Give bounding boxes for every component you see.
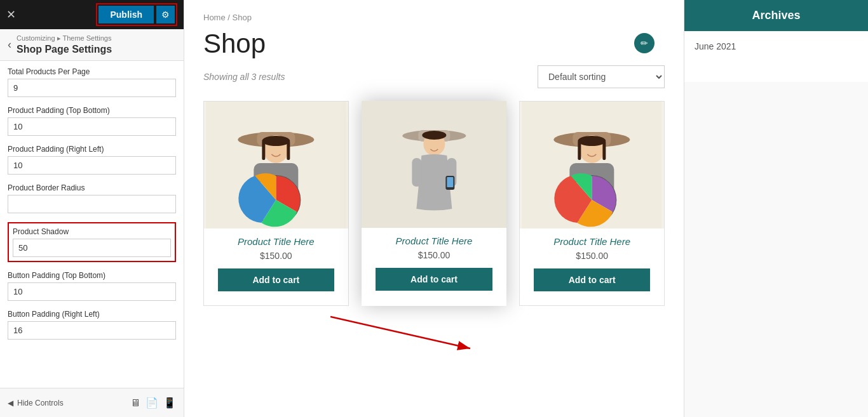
settings-button[interactable]: ⚙ <box>156 6 175 23</box>
product-body-1: Product Title Here $150.00 Add to cart <box>204 228 348 305</box>
main-breadcrumb: Home / Shop <box>203 13 665 22</box>
archives-title: Archives <box>752 9 800 22</box>
back-button[interactable]: ‹ <box>8 38 11 51</box>
main-content: Home / Shop Shop Showing all 3 results D… <box>184 0 684 417</box>
svg-rect-16 <box>447 177 453 187</box>
top-bar: ✕ Publish ⚙ <box>0 0 184 29</box>
field-input-1[interactable] <box>8 117 176 136</box>
field-group-5: Button Padding (Top Bottom) <box>8 271 176 301</box>
sort-select[interactable]: Default sorting Sort by popularity Sort … <box>538 65 665 88</box>
field-group-1: Product Padding (Top Bottom) <box>8 106 176 136</box>
field-label-6: Button Padding (Right Left) <box>8 310 176 319</box>
pencil-icon: ✏ <box>641 38 648 48</box>
field-label-1: Product Padding (Top Bottom) <box>8 106 176 115</box>
svg-point-6 <box>262 136 290 146</box>
right-sidebar: Archives June 2021 <box>684 0 868 417</box>
svg-point-17 <box>422 131 446 140</box>
field-input-5[interactable] <box>8 282 176 301</box>
product-name-2: Product Title Here <box>369 235 499 246</box>
field-input-0[interactable] <box>8 79 176 97</box>
field-input-6[interactable] <box>8 321 176 340</box>
shop-link[interactable]: Shop <box>233 13 252 22</box>
shop-page-title: Shop <box>203 29 665 59</box>
product-image-2 <box>362 101 507 228</box>
svg-rect-13 <box>412 158 421 187</box>
archives-body: June 2021 <box>684 31 868 82</box>
field-input-4[interactable] <box>13 239 171 257</box>
svg-rect-26 <box>603 141 606 160</box>
publish-button[interactable]: Publish <box>98 6 154 23</box>
product-image-3 <box>520 102 664 228</box>
archives-header: Archives <box>684 0 868 31</box>
breadcrumb-sep: / <box>227 13 232 22</box>
add-to-cart-button-1[interactable]: Add to cart <box>218 268 334 291</box>
svg-point-24 <box>578 136 606 146</box>
svg-rect-7 <box>262 141 265 160</box>
home-link[interactable]: Home <box>203 13 226 22</box>
field-input-2[interactable] <box>8 156 176 175</box>
annotation-arrow <box>330 310 477 361</box>
product-body-3: Product Title Here $150.00 Add to cart <box>520 228 664 305</box>
product-card-3: Product Title Here $150.00 Add to cart <box>519 101 665 306</box>
edit-icon-bubble[interactable]: ✏ <box>634 33 654 53</box>
field-label-5: Button Padding (Top Bottom) <box>8 271 176 280</box>
tablet-view-button[interactable]: 📄 <box>146 397 158 409</box>
results-bar: Showing all 3 results Default sorting So… <box>203 65 665 88</box>
nav-bar: ‹ Customizing ▸ Theme Settings Shop Page… <box>0 29 184 61</box>
panel-fields: Total Products Per PageProduct Padding (… <box>0 61 184 388</box>
product-card-2: Product Title Here $150.00 Add to cart <box>362 101 507 306</box>
product-image-1 <box>204 102 348 228</box>
hide-controls-button[interactable]: ◀ Hide Controls <box>8 399 64 407</box>
field-label-2: Product Padding (Right Left) <box>8 145 176 154</box>
svg-rect-8 <box>287 141 290 160</box>
close-button[interactable]: ✕ <box>6 8 16 22</box>
product-body-2: Product Title Here $150.00 Add to cart <box>362 228 507 305</box>
hide-controls-label: Hide Controls <box>17 399 64 407</box>
panel-title: Shop Page Settings <box>17 44 112 55</box>
desktop-view-button[interactable]: 🖥 <box>130 397 140 409</box>
product-name-3: Product Title Here <box>527 236 656 247</box>
bottom-bar: ◀ Hide Controls 🖥 📄 📱 <box>0 388 184 417</box>
field-label-4: Product Shadow <box>13 227 171 236</box>
mobile-view-button[interactable]: 📱 <box>163 397 176 409</box>
breadcrumb-nav: Customizing ▸ Theme Settings Shop Page S… <box>17 34 112 55</box>
field-group-2: Product Padding (Right Left) <box>8 145 176 175</box>
svg-line-28 <box>330 317 470 348</box>
chevron-left-icon: ◀ <box>8 399 13 407</box>
product-price-2: $150.00 <box>369 250 499 260</box>
archives-link-june2021[interactable]: June 2021 <box>695 40 858 53</box>
products-grid: Product Title Here $150.00 Add to cart <box>203 101 665 306</box>
field-group-3: Product Border Radius <box>8 183 176 213</box>
customizer-panel: ✕ Publish ⚙ ‹ Customizing ▸ Theme Settin… <box>0 0 184 417</box>
publish-area: Publish ⚙ <box>96 3 177 26</box>
product-price-1: $150.00 <box>212 251 341 261</box>
product-name-1: Product Title Here <box>212 236 341 247</box>
product-price-3: $150.00 <box>527 251 656 261</box>
field-group-4: Product Shadow <box>8 222 176 262</box>
add-to-cart-button-3[interactable]: Add to cart <box>534 268 649 291</box>
field-group-6: Button Padding (Right Left) <box>8 310 176 340</box>
breadcrumb-text: Customizing ▸ Theme Settings <box>17 34 112 43</box>
view-icons: 🖥 📄 📱 <box>130 397 176 409</box>
field-label-3: Product Border Radius <box>8 183 176 192</box>
svg-rect-25 <box>578 141 581 160</box>
add-to-cart-button-2[interactable]: Add to cart <box>376 268 492 291</box>
product-card-1: Product Title Here $150.00 Add to cart <box>203 101 349 306</box>
results-count: Showing all 3 results <box>203 72 285 82</box>
field-input-3[interactable] <box>8 195 176 213</box>
field-group-0: Total Products Per Page <box>8 67 176 97</box>
field-label-0: Total Products Per Page <box>8 67 176 76</box>
